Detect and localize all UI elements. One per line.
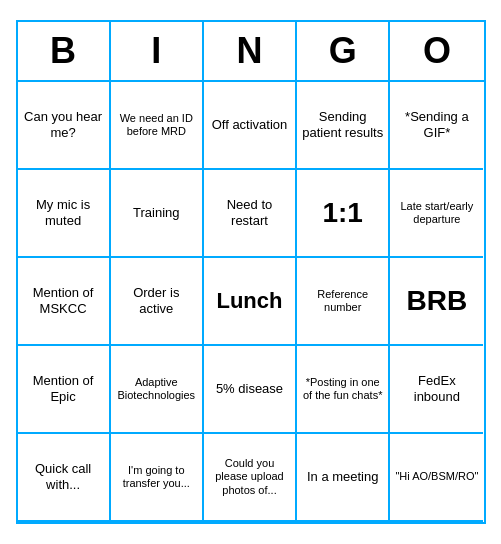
bingo-cell-13[interactable]: Reference number bbox=[297, 258, 390, 346]
bingo-cell-3[interactable]: Sending patient results bbox=[297, 82, 390, 170]
bingo-cell-10[interactable]: Mention of MSKCC bbox=[18, 258, 111, 346]
bingo-cell-7[interactable]: Need to restart bbox=[204, 170, 297, 258]
header-letter-b: B bbox=[18, 22, 111, 80]
bingo-cell-1[interactable]: We need an ID before MRD bbox=[111, 82, 204, 170]
bingo-cell-0[interactable]: Can you hear me? bbox=[18, 82, 111, 170]
bingo-cell-9[interactable]: Late start/early departure bbox=[390, 170, 483, 258]
bingo-cell-5[interactable]: My mic is muted bbox=[18, 170, 111, 258]
bingo-cell-21[interactable]: I'm going to transfer you... bbox=[111, 434, 204, 522]
bingo-cell-22[interactable]: Could you please upload photos of... bbox=[204, 434, 297, 522]
bingo-grid: Can you hear me?We need an ID before MRD… bbox=[18, 82, 484, 522]
header-letter-o: O bbox=[390, 22, 483, 80]
bingo-cell-4[interactable]: *Sending a GIF* bbox=[390, 82, 483, 170]
bingo-cell-2[interactable]: Off activation bbox=[204, 82, 297, 170]
bingo-cell-18[interactable]: *Posting in one of the fun chats* bbox=[297, 346, 390, 434]
bingo-cell-20[interactable]: Quick call with... bbox=[18, 434, 111, 522]
bingo-card: BINGO Can you hear me?We need an ID befo… bbox=[16, 20, 486, 524]
bingo-cell-6[interactable]: Training bbox=[111, 170, 204, 258]
bingo-cell-15[interactable]: Mention of Epic bbox=[18, 346, 111, 434]
bingo-cell-16[interactable]: Adaptive Biotechnologies bbox=[111, 346, 204, 434]
bingo-cell-14[interactable]: BRB bbox=[390, 258, 483, 346]
bingo-cell-24[interactable]: "Hi AO/BSM/RO" bbox=[390, 434, 483, 522]
bingo-cell-23[interactable]: In a meeting bbox=[297, 434, 390, 522]
header-letter-g: G bbox=[297, 22, 390, 80]
header-letter-n: N bbox=[204, 22, 297, 80]
header-letter-i: I bbox=[111, 22, 204, 80]
bingo-cell-19[interactable]: FedEx inbound bbox=[390, 346, 483, 434]
bingo-cell-8[interactable]: 1:1 bbox=[297, 170, 390, 258]
bingo-cell-11[interactable]: Order is active bbox=[111, 258, 204, 346]
bingo-header: BINGO bbox=[18, 22, 484, 82]
bingo-cell-12[interactable]: Lunch bbox=[204, 258, 297, 346]
bingo-cell-17[interactable]: 5% disease bbox=[204, 346, 297, 434]
